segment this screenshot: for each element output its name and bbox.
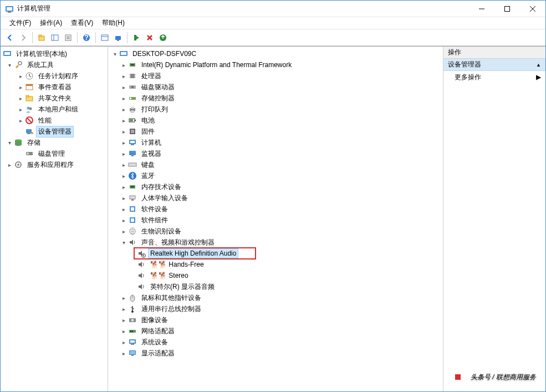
expand-icon[interactable]: ▸: [16, 72, 25, 80]
expand-icon[interactable]: ▸: [119, 94, 128, 103]
bio-icon: [128, 227, 137, 236]
expand-icon[interactable]: ▸: [5, 160, 14, 169]
maximize-button[interactable]: [494, 1, 520, 17]
tree-services-apps[interactable]: ▸ 服务和应用程序: [1, 159, 108, 170]
device-intel-dpt[interactable]: ▸Intel(R) Dynamic Platform and Thermal F…: [108, 59, 443, 70]
expand-icon[interactable]: ▸: [119, 72, 128, 80]
device-biometric[interactable]: ▸生物识别设备: [108, 226, 443, 237]
expand-icon[interactable]: ▸: [119, 127, 128, 136]
device-firmware[interactable]: ▸固件: [108, 126, 443, 137]
device-keyboards[interactable]: ▸键盘: [108, 159, 443, 170]
submenu-arrow-icon: ▶: [536, 73, 541, 81]
device-network[interactable]: ▸网络适配器: [108, 325, 443, 337]
device-sound[interactable]: ▾声音、视频和游戏控制器: [108, 237, 443, 248]
device-hands-free[interactable]: 🐕🐕 Hands-Free: [108, 259, 443, 270]
tree-disk-mgmt[interactable]: 磁盘管理: [1, 148, 108, 159]
device-system-dev[interactable]: ▸系统设备: [108, 337, 443, 348]
tree-local-users[interactable]: ▸本地用户和组: [1, 104, 108, 115]
expand-icon[interactable]: ▸: [119, 160, 128, 169]
svg-rect-8: [39, 35, 42, 37]
device-print-queues[interactable]: ▸打印队列: [108, 104, 443, 115]
device-processors[interactable]: ▸处理器: [108, 70, 443, 82]
toolbar-btn-1[interactable]: [99, 32, 111, 44]
expand-icon[interactable]: ▸: [119, 105, 128, 114]
device-disk-drives[interactable]: ▸磁盘驱动器: [108, 82, 443, 93]
collapse-icon[interactable]: ▾: [119, 238, 128, 247]
device-memory-tech[interactable]: ▸内存技术设备: [108, 181, 443, 192]
more-actions-item[interactable]: 更多操作 ▶: [443, 71, 545, 83]
device-soft-devices[interactable]: ▸软件设备: [108, 203, 443, 215]
device-soft-components[interactable]: ▸软件组件: [108, 215, 443, 226]
device-stereo[interactable]: 🐕🐕 Stereo: [108, 270, 443, 281]
menu-help[interactable]: 帮助(H): [98, 17, 129, 29]
menu-file[interactable]: 文件(F): [5, 17, 35, 29]
device-hid[interactable]: ▸人体学输入设备: [108, 192, 443, 203]
expand-icon[interactable]: ▸: [119, 205, 128, 213]
expand-icon[interactable]: ▸: [119, 216, 128, 225]
device-mice[interactable]: ▸鼠标和其他指针设备: [108, 292, 443, 303]
collapse-icon[interactable]: ▾: [110, 49, 119, 58]
device-root[interactable]: ▾ DESKTOP-DSFV09C: [108, 48, 443, 59]
device-realtek[interactable]: Realtek High Definition Audio: [108, 248, 443, 259]
close-button[interactable]: [520, 1, 545, 17]
device-usb-ctrl[interactable]: ▸通用串行总线控制器: [108, 303, 443, 314]
device-label: 打印队列: [139, 104, 170, 115]
device-computer[interactable]: ▸计算机: [108, 137, 443, 148]
device-intel-display-audio[interactable]: 英特尔(R) 显示器音频: [108, 281, 443, 292]
device-tree-pane[interactable]: ▾ DESKTOP-DSFV09C ▸Intel(R) Dynamic Plat…: [108, 47, 443, 391]
expand-icon[interactable]: ▸: [16, 94, 25, 103]
tree-device-manager[interactable]: ▸设备管理器: [1, 126, 108, 137]
enable-button[interactable]: [130, 32, 142, 44]
expand-icon[interactable]: ▸: [119, 327, 128, 335]
expand-icon[interactable]: ▸: [119, 338, 128, 347]
help-button[interactable]: ?: [80, 32, 93, 44]
tree-event-viewer[interactable]: ▸事件查看器: [1, 82, 108, 93]
scan-button[interactable]: [112, 32, 124, 44]
expand-icon[interactable]: ▸: [119, 227, 128, 236]
expand-icon[interactable]: ▸: [16, 83, 25, 91]
forward-button[interactable]: [17, 32, 29, 44]
tree-shared-folders[interactable]: ▸共享文件夹: [1, 93, 108, 104]
expand-icon[interactable]: ▸: [119, 304, 128, 313]
expand-icon[interactable]: ▸: [119, 194, 128, 202]
tree-root[interactable]: 计算机管理(本地): [1, 48, 108, 59]
device-label: 电池: [139, 115, 157, 126]
menu-view[interactable]: 查看(V): [67, 17, 98, 29]
expand-icon[interactable]: ▸: [119, 83, 128, 91]
collapse-icon[interactable]: ▾: [5, 60, 14, 69]
expand-icon[interactable]: ▸: [119, 116, 128, 125]
device-label: 生物识别设备: [139, 226, 183, 237]
collapse-icon[interactable]: ▾: [5, 138, 14, 147]
device-storage-ctrl[interactable]: ▸存储控制器: [108, 93, 443, 104]
device-imaging[interactable]: ▸图像设备: [108, 314, 443, 325]
tree-task-scheduler[interactable]: ▸任务计划程序: [1, 70, 108, 82]
back-button[interactable]: [4, 32, 16, 44]
expand-icon[interactable]: ▸: [119, 349, 128, 358]
expand-icon[interactable]: ▸: [16, 105, 25, 114]
update-driver-button[interactable]: [157, 32, 169, 44]
expand-icon[interactable]: ▸: [16, 116, 25, 125]
tree-performance[interactable]: ▸性能: [1, 115, 108, 126]
device-bluetooth[interactable]: ▸蓝牙: [108, 170, 443, 181]
expand-icon[interactable]: ▸: [119, 138, 128, 147]
svg-rect-62: [135, 120, 136, 121]
expand-icon[interactable]: ▸: [119, 149, 128, 158]
show-hide-tree-button[interactable]: [49, 32, 61, 44]
tree-system-tools[interactable]: ▾ 系统工具: [1, 59, 108, 70]
expand-icon[interactable]: ▸: [119, 171, 128, 180]
left-pane[interactable]: 计算机管理(本地) ▾ 系统工具 ▸任务计划程序▸事件查看器▸共享文件夹▸本地用…: [1, 47, 108, 391]
properties-button[interactable]: [62, 32, 74, 44]
device-display-adapters[interactable]: ▸显示适配器: [108, 348, 443, 359]
expand-icon[interactable]: ▸: [119, 60, 128, 69]
device-batteries[interactable]: ▸电池: [108, 115, 443, 126]
minimize-button[interactable]: [469, 1, 494, 17]
up-button[interactable]: [35, 32, 48, 44]
device-monitors[interactable]: ▸监视器: [108, 148, 443, 159]
disable-button[interactable]: [144, 32, 156, 44]
expand-icon[interactable]: ▸: [119, 293, 128, 302]
expand-icon[interactable]: ▸: [119, 182, 128, 191]
tree-storage[interactable]: ▾ 存储: [1, 137, 108, 148]
menu-action[interactable]: 操作(A): [35, 17, 67, 29]
expand-icon[interactable]: ▸: [119, 315, 128, 324]
actions-section[interactable]: 设备管理器 ▲: [443, 59, 545, 71]
